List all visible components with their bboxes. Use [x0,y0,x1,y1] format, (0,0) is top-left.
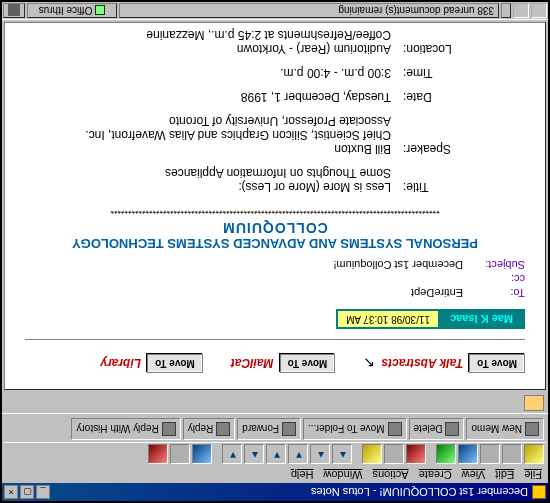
subject-label: Subject: [463,259,525,271]
tool-search-icon[interactable] [192,444,212,464]
announcement-line2: COLLOQUIUM [29,220,521,236]
move-to-mailcat-button[interactable]: Move To [280,354,336,373]
time-label: Time: [391,66,481,80]
tool-save-icon[interactable] [502,444,522,464]
event-details: Title: Less is More (More or Less): Some… [49,28,481,194]
title-value-line1: Less is More (More or Less): [49,180,391,194]
announcement-line1: PERSONAL SYSTEMS AND ADVANCED SYSTEMS TE… [29,236,521,251]
message-headers: To: EntireDept cc: Subject: December 1st… [25,259,525,299]
action-move-folder[interactable]: Move To Folder... [303,418,407,440]
app-icon [532,485,546,499]
tool-open-icon[interactable] [524,444,544,464]
forward-icon [282,422,296,436]
action-new-memo[interactable]: New Memo [466,418,544,440]
location-label: Location: [391,28,481,56]
tool-cut-icon[interactable] [406,444,426,464]
title-label: Title: [391,166,481,194]
window-title: December 1st COLLOQUIUM! - Lotus Notes [311,486,528,498]
move-to-talk-abstracts-label: Talk Abstracts [381,357,463,371]
action-delete-label: Delete [414,424,443,435]
move-to-library-button[interactable]: Move To [147,354,203,373]
cc-value [25,273,463,285]
status-server: Office Ithrus [27,3,117,18]
speaker-label: Speaker: [391,114,481,156]
document-tab-icon[interactable] [524,395,544,411]
move-to-library-label: Library [100,357,141,371]
location-line1: Auditorium (Rear) - Yorktown [49,42,391,56]
speaker-value: Bill Buxton Chief Scientist, Silicon Gra… [49,114,391,156]
menu-file[interactable]: File [524,469,542,481]
speaker-line3: Associate Professor, University of Toron… [49,114,391,128]
tool-help-icon[interactable] [170,444,190,464]
tool-paste-icon[interactable] [362,444,382,464]
nav-up-icon[interactable] [244,444,264,464]
folder-move-icon [388,422,402,436]
sender-name: Mae K Isaac [440,311,523,327]
menu-actions[interactable]: Actions [373,469,409,481]
status-pane-empty1 [501,3,511,18]
trash-icon [445,422,459,436]
move-to-talk-abstracts-button[interactable]: Move To [469,354,525,373]
menu-edit[interactable]: Edit [495,469,514,481]
reply-icon [216,422,230,436]
menu-view[interactable]: View [462,469,486,481]
action-forward[interactable]: Forward [237,418,301,440]
divider [25,339,525,340]
toolbar-area: New Memo Delete Move To Folder... Forwar… [2,414,548,467]
close-button[interactable]: × [4,485,18,499]
nav-next-icon[interactable] [288,444,308,464]
nav-prev-icon[interactable] [310,444,330,464]
time-value: 3:00 p.m. - 4:00 p.m. [49,66,391,80]
move-to-row: Move To Talk Abstracts ↖ Move To MailCat… [25,354,525,373]
tool-stop-icon[interactable] [148,444,168,464]
minimize-button[interactable]: _ [36,485,50,499]
server-status-icon [95,6,105,16]
action-reply-history-label: Reply With History [76,424,158,435]
nav-last-icon[interactable] [266,444,286,464]
status-trash-pane[interactable] [3,3,25,18]
status-bump-2[interactable] [513,3,529,18]
speaker-line2: Chief Scientist, Silicon Graphics and Al… [49,128,391,142]
tab-bar [2,392,548,414]
maximize-button[interactable]: ▢ [20,485,34,499]
speaker-line1: Bill Buxton [49,142,391,156]
tool-print-icon[interactable] [436,444,456,464]
subject-value: December 1st Colloquium! [25,259,463,271]
separator-stars: ****************************************… [19,206,531,216]
menu-create[interactable]: Create [419,469,452,481]
status-server-label: Office Ithrus [39,5,93,16]
to-value: EntireDept [25,287,463,299]
date-label: Date: [391,90,481,104]
action-reply-history[interactable]: Reply With History [71,418,180,440]
to-label: To: [463,287,525,299]
tool-properties-icon[interactable] [480,444,500,464]
cc-label: cc: [463,273,525,285]
tool-mail-icon[interactable] [458,444,478,464]
action-reply[interactable]: Reply [183,418,236,440]
status-trash-icon [8,5,20,17]
nav-first-icon[interactable] [332,444,352,464]
date-value: Tuesday, December 1, 1998 [49,90,391,104]
title-value: Less is More (More or Less): Some Though… [49,166,391,194]
location-value: Auditorium (Rear) - Yorktown Coffee/Refr… [49,28,391,56]
action-new-memo-label: New Memo [471,424,522,435]
action-reply-label: Reply [188,424,214,435]
location-line2: Coffee/Refreshments at 2:45 p.m., Mezzan… [49,28,391,42]
title-value-line2: Some Thoughts on Information Appliances [49,166,391,180]
move-to-mailcat-label: MailCat [231,357,274,371]
action-delete[interactable]: Delete [409,418,465,440]
status-bump-1[interactable] [531,3,547,18]
menu-window[interactable]: Window [323,469,362,481]
window-titlebar: December 1st COLLOQUIUM! - Lotus Notes _… [2,483,548,501]
memo-icon [525,422,539,436]
tool-copy-icon[interactable] [384,444,404,464]
sender-timestamp: 11/30/98 10:37 AM [338,311,440,327]
reply-history-icon [162,422,176,436]
menu-help[interactable]: Help [291,469,314,481]
action-move-folder-label: Move To Folder... [308,424,385,435]
menu-bar: File Edit View Create Actions Window Hel… [2,467,548,483]
nav-down-icon[interactable] [222,444,242,464]
status-unread: 338 unread document(s) remaining [119,3,499,18]
status-bar: 338 unread document(s) remaining Office … [2,2,548,20]
message-pane: Move To Talk Abstracts ↖ Move To MailCat… [4,22,546,390]
